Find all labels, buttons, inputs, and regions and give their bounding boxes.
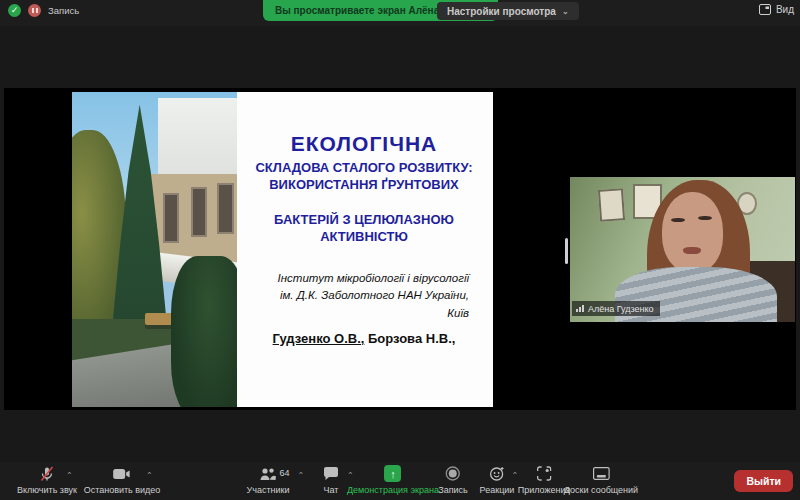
slide-title-line2: СКЛАДОВА СТАЛОГО РОЗВИТКУ: [245, 160, 483, 177]
security-check-icon: ✓ [8, 4, 21, 17]
slide-title-line3: ВИКОРИСТАННЯ ҐРУНТОВИХ [245, 177, 483, 194]
video-picture-frame [598, 188, 625, 222]
author-secondary: Борзова Н.В., [364, 331, 455, 346]
institute-line2: ім. Д.К. Заболотного НАН України, [245, 287, 469, 305]
share-screen-button[interactable]: ↑ Демонстрация экрана [347, 465, 439, 495]
record-icon [446, 466, 461, 481]
participant-video-tile[interactable]: Алёна Гудзенко [570, 177, 795, 322]
microphone-muted-icon [39, 466, 55, 482]
whiteboard-icon [593, 467, 610, 480]
participants-icon [260, 467, 277, 481]
photo-window [163, 193, 180, 243]
video-panel-collapse-handle[interactable] [565, 238, 568, 264]
recording-label: Запись [48, 5, 79, 16]
chat-label: Чат [324, 485, 339, 495]
top-bar: ✓ Запись Вы просматриваете экран Алёна Г… [0, 0, 800, 26]
participant-name-tag: Алёна Гудзенко [572, 301, 660, 316]
slide-title-line5: АКТИВНІСТЮ [245, 229, 483, 246]
leave-meeting-button[interactable]: Выйти [734, 470, 793, 492]
stop-video-button[interactable]: ⌃ Остановить видео [84, 465, 161, 495]
unmute-label: Включить звук [17, 485, 77, 495]
slide-title-line4: БАКТЕРІЙ З ЦЕЛЮЛАЗНОЮ [245, 212, 483, 229]
slide-authors: Гудзенко О.В., Борзова Н.В., [245, 331, 483, 346]
record-button[interactable]: Запись [438, 465, 468, 495]
reactions-button[interactable]: ⌃ Реакции [480, 465, 515, 495]
institute-affiliation: Інститут мікробіології і вірусології ім.… [245, 270, 483, 323]
chevron-up-icon[interactable]: ⌃ [146, 471, 153, 480]
view-settings-dropdown[interactable]: Настройки просмотра ⌄ [437, 2, 579, 20]
meeting-toolbar: ⌃ Включить звук ⌃ Остановить видео [0, 462, 800, 500]
reactions-label: Реакции [480, 485, 515, 495]
audio-level-icon [576, 305, 584, 312]
whiteboards-label: Доски сообщений [564, 485, 638, 495]
participants-button[interactable]: 64 ⌃ Участники [247, 465, 290, 495]
presentation-slide: ЕКОЛОГІЧНА СКЛАДОВА СТАЛОГО РОЗВИТКУ: ВИ… [72, 92, 493, 407]
view-button[interactable]: Вид [759, 4, 794, 15]
photo-bushes [171, 256, 237, 407]
whiteboards-button[interactable]: Доски сообщений [564, 465, 638, 495]
participant-eye [671, 218, 685, 222]
institute-line3: Київ [245, 305, 469, 323]
chevron-up-icon[interactable]: ⌃ [66, 471, 73, 480]
participant-face [662, 192, 723, 273]
chevron-up-icon[interactable]: ⌃ [298, 471, 305, 480]
video-camera-icon [113, 468, 131, 480]
participants-label: Участники [247, 485, 290, 495]
participants-count-badge: 64 [280, 468, 290, 478]
photo-window [191, 187, 208, 237]
view-settings-label: Настройки просмотра [447, 6, 556, 17]
recording-indicator: ✓ Запись [8, 4, 79, 17]
participant-mouth [683, 247, 701, 254]
share-screen-icon: ↑ [385, 465, 402, 482]
slide-title-main: ЕКОЛОГІЧНА [245, 132, 483, 156]
smiley-reaction-icon [489, 466, 504, 481]
author-primary: Гудзенко О.В., [273, 331, 365, 346]
view-label: Вид [776, 4, 794, 15]
record-label: Запись [438, 485, 468, 495]
apps-button[interactable]: Приложения [518, 465, 571, 495]
chat-bubble-icon [323, 467, 339, 481]
stop-video-label: Остановить видео [84, 485, 161, 495]
institute-building-photo [72, 92, 237, 407]
layout-view-icon [759, 4, 771, 15]
participant-name: Алёна Гудзенко [588, 304, 654, 314]
unmute-button[interactable]: ⌃ Включить звук [17, 465, 77, 495]
share-screen-label: Демонстрация экрана [347, 485, 439, 495]
slide-text-area: ЕКОЛОГІЧНА СКЛАДОВА СТАЛОГО РОЗВИТКУ: ВИ… [237, 92, 493, 407]
recording-dot-icon[interactable] [28, 4, 41, 17]
chat-button[interactable]: ⌃ Чат [323, 465, 339, 495]
zoom-meeting-window: ✓ Запись Вы просматриваете экран Алёна Г… [0, 0, 800, 500]
chevron-down-icon: ⌄ [562, 7, 569, 16]
institute-line1: Інститут мікробіології і вірусології [245, 270, 469, 288]
apps-icon [537, 466, 552, 481]
photo-window [217, 183, 234, 233]
apps-label: Приложения [518, 485, 571, 495]
